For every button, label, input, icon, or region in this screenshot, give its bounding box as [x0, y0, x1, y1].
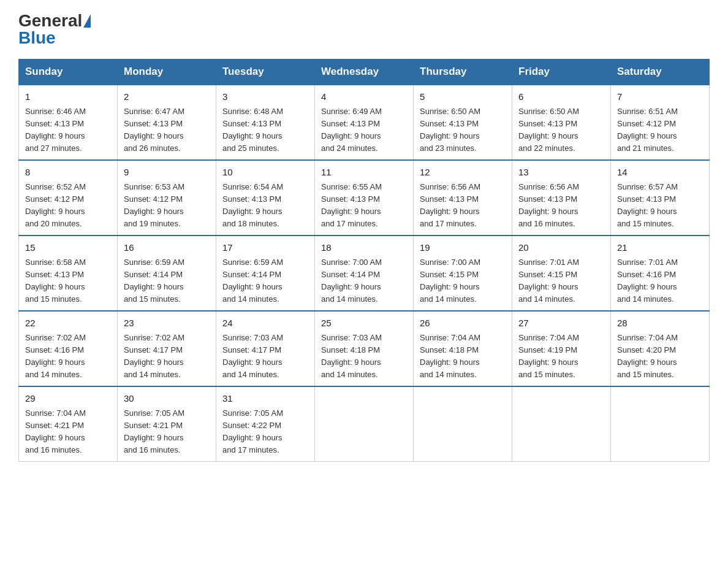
calendar-cell: 6 Sunrise: 6:50 AMSunset: 4:13 PMDayligh… — [512, 85, 611, 160]
day-number: 31 — [222, 392, 308, 406]
day-info: Sunrise: 6:47 AMSunset: 4:13 PMDaylight:… — [124, 105, 210, 155]
calendar-week-row: 15 Sunrise: 6:58 AMSunset: 4:13 PMDaylig… — [19, 236, 710, 311]
calendar-cell: 18 Sunrise: 7:00 AMSunset: 4:14 PMDaylig… — [315, 236, 414, 311]
calendar-cell — [315, 386, 414, 462]
calendar-cell: 19 Sunrise: 7:00 AMSunset: 4:15 PMDaylig… — [414, 236, 512, 311]
day-number: 8 — [25, 166, 111, 180]
day-info: Sunrise: 7:01 AMSunset: 4:16 PMDaylight:… — [617, 256, 703, 306]
calendar-cell: 8 Sunrise: 6:52 AMSunset: 4:12 PMDayligh… — [19, 160, 118, 236]
day-number: 9 — [124, 166, 210, 180]
day-info: Sunrise: 7:04 AMSunset: 4:20 PMDaylight:… — [617, 332, 703, 381]
day-info: Sunrise: 6:59 AMSunset: 4:14 PMDaylight:… — [222, 256, 308, 306]
calendar-cell: 29 Sunrise: 7:04 AMSunset: 4:21 PMDaylig… — [19, 386, 118, 462]
calendar-cell: 16 Sunrise: 6:59 AMSunset: 4:14 PMDaylig… — [118, 236, 216, 311]
calendar-week-row: 8 Sunrise: 6:52 AMSunset: 4:12 PMDayligh… — [19, 160, 710, 236]
day-number: 12 — [420, 166, 506, 180]
day-info: Sunrise: 7:03 AMSunset: 4:17 PMDaylight:… — [222, 332, 308, 381]
day-info: Sunrise: 7:04 AMSunset: 4:21 PMDaylight:… — [25, 407, 111, 457]
header-friday: Friday — [512, 59, 611, 85]
calendar-week-row: 22 Sunrise: 7:02 AMSunset: 4:16 PMDaylig… — [19, 311, 710, 386]
day-number: 24 — [222, 316, 308, 331]
day-info: Sunrise: 6:52 AMSunset: 4:12 PMDaylight:… — [25, 181, 111, 231]
calendar-cell: 31 Sunrise: 7:05 AMSunset: 4:22 PMDaylig… — [216, 386, 315, 462]
day-info: Sunrise: 7:05 AMSunset: 4:21 PMDaylight:… — [124, 407, 210, 457]
day-info: Sunrise: 6:48 AMSunset: 4:13 PMDaylight:… — [222, 105, 308, 155]
day-number: 2 — [124, 90, 210, 104]
day-info: Sunrise: 6:50 AMSunset: 4:13 PMDaylight:… — [420, 105, 506, 155]
day-info: Sunrise: 7:03 AMSunset: 4:18 PMDaylight:… — [321, 332, 407, 381]
day-info: Sunrise: 6:55 AMSunset: 4:13 PMDaylight:… — [321, 181, 407, 231]
day-number: 16 — [124, 241, 210, 255]
header-monday: Monday — [118, 59, 216, 85]
day-number: 4 — [321, 90, 407, 104]
calendar-week-row: 29 Sunrise: 7:04 AMSunset: 4:21 PMDaylig… — [19, 386, 710, 462]
day-number: 20 — [518, 241, 604, 255]
day-info: Sunrise: 7:00 AMSunset: 4:14 PMDaylight:… — [321, 256, 407, 306]
day-number: 6 — [518, 90, 604, 104]
calendar-cell — [414, 386, 512, 462]
calendar-cell: 2 Sunrise: 6:47 AMSunset: 4:13 PMDayligh… — [118, 85, 216, 160]
calendar-cell — [512, 386, 611, 462]
day-info: Sunrise: 6:51 AMSunset: 4:12 PMDaylight:… — [617, 105, 703, 155]
day-info: Sunrise: 6:50 AMSunset: 4:13 PMDaylight:… — [518, 105, 604, 155]
day-info: Sunrise: 6:54 AMSunset: 4:13 PMDaylight:… — [222, 181, 308, 231]
day-number: 3 — [222, 90, 308, 104]
day-info: Sunrise: 7:04 AMSunset: 4:18 PMDaylight:… — [420, 332, 506, 381]
calendar-cell: 24 Sunrise: 7:03 AMSunset: 4:17 PMDaylig… — [216, 311, 315, 386]
calendar-cell: 23 Sunrise: 7:02 AMSunset: 4:17 PMDaylig… — [118, 311, 216, 386]
calendar-table: Sunday Monday Tuesday Wednesday Thursday… — [18, 59, 710, 462]
day-number: 7 — [617, 90, 703, 104]
day-info: Sunrise: 6:49 AMSunset: 4:13 PMDaylight:… — [321, 105, 407, 155]
day-number: 30 — [124, 392, 210, 406]
day-info: Sunrise: 6:57 AMSunset: 4:13 PMDaylight:… — [617, 181, 703, 231]
day-info: Sunrise: 6:46 AMSunset: 4:13 PMDaylight:… — [25, 105, 111, 155]
calendar-header-row: Sunday Monday Tuesday Wednesday Thursday… — [19, 59, 710, 85]
page-header: General Blue — [18, 12, 710, 47]
day-info: Sunrise: 7:02 AMSunset: 4:17 PMDaylight:… — [124, 332, 210, 381]
day-number: 19 — [420, 241, 506, 255]
day-number: 14 — [617, 166, 703, 180]
calendar-cell: 10 Sunrise: 6:54 AMSunset: 4:13 PMDaylig… — [216, 160, 315, 236]
day-number: 15 — [25, 241, 111, 255]
calendar-cell: 30 Sunrise: 7:05 AMSunset: 4:21 PMDaylig… — [118, 386, 216, 462]
day-number: 18 — [321, 241, 407, 255]
calendar-cell — [611, 386, 710, 462]
day-number: 17 — [222, 241, 308, 255]
calendar-cell: 13 Sunrise: 6:56 AMSunset: 4:13 PMDaylig… — [512, 160, 611, 236]
logo-triangle-icon — [83, 14, 91, 28]
day-info: Sunrise: 6:56 AMSunset: 4:13 PMDaylight:… — [518, 181, 604, 231]
day-number: 26 — [420, 316, 506, 331]
day-number: 10 — [222, 166, 308, 180]
calendar-cell: 15 Sunrise: 6:58 AMSunset: 4:13 PMDaylig… — [19, 236, 118, 311]
calendar-cell: 17 Sunrise: 6:59 AMSunset: 4:14 PMDaylig… — [216, 236, 315, 311]
calendar-cell: 3 Sunrise: 6:48 AMSunset: 4:13 PMDayligh… — [216, 85, 315, 160]
calendar-cell: 1 Sunrise: 6:46 AMSunset: 4:13 PMDayligh… — [19, 85, 118, 160]
header-saturday: Saturday — [611, 59, 710, 85]
day-info: Sunrise: 6:56 AMSunset: 4:13 PMDaylight:… — [420, 181, 506, 231]
header-wednesday: Wednesday — [315, 59, 414, 85]
calendar-cell: 9 Sunrise: 6:53 AMSunset: 4:12 PMDayligh… — [118, 160, 216, 236]
day-number: 23 — [124, 316, 210, 331]
day-number: 5 — [420, 90, 506, 104]
day-number: 1 — [25, 90, 111, 104]
calendar-cell: 5 Sunrise: 6:50 AMSunset: 4:13 PMDayligh… — [414, 85, 512, 160]
calendar-cell: 20 Sunrise: 7:01 AMSunset: 4:15 PMDaylig… — [512, 236, 611, 311]
day-info: Sunrise: 7:04 AMSunset: 4:19 PMDaylight:… — [518, 332, 604, 381]
day-info: Sunrise: 7:01 AMSunset: 4:15 PMDaylight:… — [518, 256, 604, 306]
day-number: 11 — [321, 166, 407, 180]
day-info: Sunrise: 7:05 AMSunset: 4:22 PMDaylight:… — [222, 407, 308, 457]
calendar-week-row: 1 Sunrise: 6:46 AMSunset: 4:13 PMDayligh… — [19, 85, 710, 160]
header-thursday: Thursday — [414, 59, 512, 85]
calendar-cell: 25 Sunrise: 7:03 AMSunset: 4:18 PMDaylig… — [315, 311, 414, 386]
day-info: Sunrise: 7:02 AMSunset: 4:16 PMDaylight:… — [25, 332, 111, 381]
logo-general-text: General — [18, 12, 82, 29]
calendar-cell: 11 Sunrise: 6:55 AMSunset: 4:13 PMDaylig… — [315, 160, 414, 236]
day-info: Sunrise: 6:53 AMSunset: 4:12 PMDaylight:… — [124, 181, 210, 231]
day-number: 21 — [617, 241, 703, 255]
logo-blue-text: Blue — [18, 29, 56, 47]
calendar-cell: 4 Sunrise: 6:49 AMSunset: 4:13 PMDayligh… — [315, 85, 414, 160]
day-number: 28 — [617, 316, 703, 331]
calendar-cell: 26 Sunrise: 7:04 AMSunset: 4:18 PMDaylig… — [414, 311, 512, 386]
calendar-cell: 14 Sunrise: 6:57 AMSunset: 4:13 PMDaylig… — [611, 160, 710, 236]
calendar-cell: 7 Sunrise: 6:51 AMSunset: 4:12 PMDayligh… — [611, 85, 710, 160]
